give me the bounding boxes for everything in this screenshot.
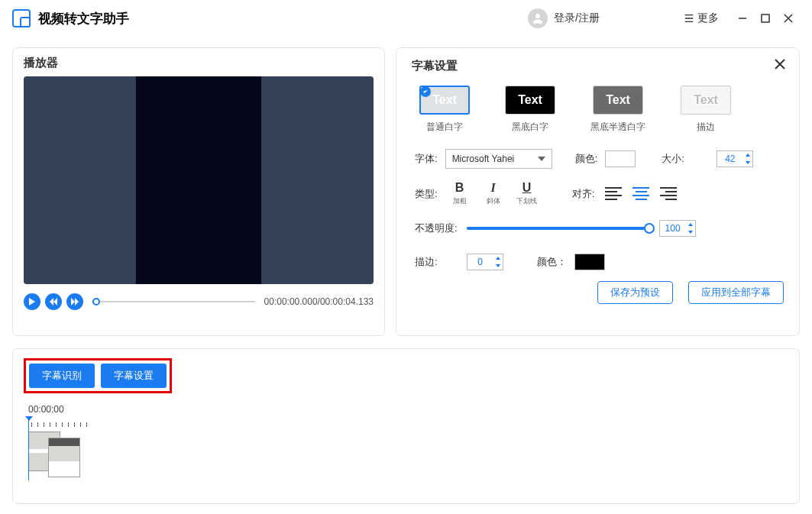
font-select[interactable]: Microsoft Yahei: [445, 149, 552, 169]
progress-bar[interactable]: [92, 301, 255, 302]
subtitle-recognize-button[interactable]: 字幕识别: [29, 364, 95, 388]
video-preview[interactable]: [24, 76, 374, 284]
chevron-down-icon: [538, 155, 545, 163]
style-outline[interactable]: Text 描边: [681, 86, 731, 134]
minimize-button[interactable]: [731, 7, 754, 30]
svg-rect-2: [762, 15, 769, 22]
settings-title: 字幕设置: [412, 59, 784, 73]
svg-point-0: [535, 14, 540, 18]
size-label: 大小:: [662, 152, 684, 166]
opacity-slider[interactable]: [467, 227, 650, 230]
italic-button[interactable]: I斜体: [482, 181, 505, 206]
app-title: 视频转文字助手: [38, 10, 129, 27]
timeline-cursor[interactable]: [28, 419, 29, 480]
subtitle-settings-button[interactable]: 字幕设置: [101, 364, 167, 388]
font-label: 字体:: [415, 152, 438, 166]
stroke-input[interactable]: 0: [467, 254, 503, 270]
more-label: 更多: [697, 11, 719, 25]
more-button[interactable]: 更多: [684, 11, 719, 25]
rewind-button[interactable]: [45, 293, 62, 310]
player-title: 播放器: [24, 56, 374, 70]
maximize-button[interactable]: [754, 7, 777, 30]
bold-button[interactable]: B加粗: [448, 181, 471, 206]
type-label: 类型:: [415, 187, 438, 201]
subtitle-settings-panel: 字幕设置 Text 普通白字 Text 黑底白字 Text 黑底半透白字 Tex…: [396, 47, 800, 336]
color-label: 颜色:: [575, 152, 598, 166]
timeline-track[interactable]: [24, 419, 788, 480]
forward-button[interactable]: [66, 293, 83, 310]
style-plain-white[interactable]: Text 普通白字: [419, 86, 470, 134]
save-preset-button[interactable]: 保存为预设: [597, 281, 673, 304]
player-panel: 播放器 00:00:00.000/00:00:04.133: [12, 47, 385, 336]
align-left-button[interactable]: [605, 186, 622, 202]
align-label: 对齐:: [572, 187, 595, 201]
opacity-input[interactable]: 100: [659, 220, 696, 237]
app-logo: [12, 9, 31, 27]
timecode: 00:00:00.000/00:00:04.133: [264, 296, 374, 307]
apply-all-button[interactable]: 应用到全部字幕: [688, 281, 784, 304]
timeline-panel: 字幕识别 字幕设置 00:00:00: [12, 348, 800, 504]
stroke-color-swatch[interactable]: [574, 254, 605, 270]
login-link[interactable]: 登录/注册: [554, 11, 600, 25]
align-right-button[interactable]: [660, 186, 677, 202]
avatar-icon[interactable]: [528, 8, 548, 28]
stroke-label: 描边:: [415, 255, 438, 269]
timeline-thumbnail: [48, 438, 80, 477]
check-icon: [420, 86, 431, 97]
close-button[interactable]: [777, 7, 800, 30]
close-panel-button[interactable]: [773, 57, 787, 73]
size-input[interactable]: 42: [717, 150, 753, 167]
play-button[interactable]: [24, 293, 40, 310]
opacity-label: 不透明度:: [415, 221, 458, 235]
underline-button[interactable]: U下划线: [516, 181, 539, 206]
timeline-time: 00:00:00: [28, 404, 788, 415]
style-black-bg[interactable]: Text 黑底白字: [505, 86, 555, 134]
align-center-button[interactable]: [632, 186, 649, 202]
stroke-color-label: 颜色：: [537, 255, 567, 269]
font-color-swatch[interactable]: [605, 150, 636, 167]
style-black-trans[interactable]: Text 黑底半透白字: [590, 86, 645, 134]
highlight-box: 字幕识别 字幕设置: [24, 358, 172, 393]
